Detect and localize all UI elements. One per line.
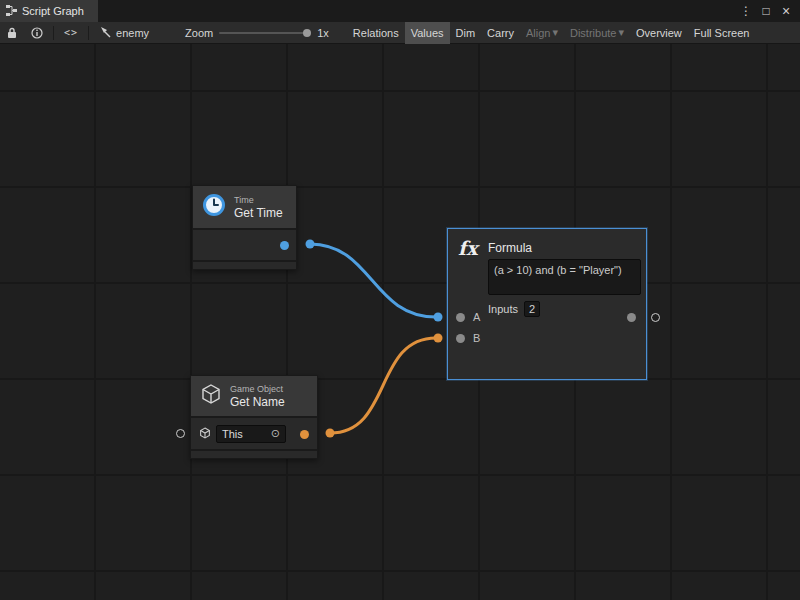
- graph-canvas[interactable]: Time Get Time fx Formula (a > 10) and (b…: [0, 44, 800, 600]
- zoom-label: Zoom: [185, 27, 213, 39]
- zoom-value: 1x: [317, 27, 329, 39]
- fullscreen-button[interactable]: Full Screen: [688, 22, 756, 44]
- wire-blue-start-dot[interactable]: [306, 240, 315, 249]
- graph-breadcrumb[interactable]: enemy: [92, 26, 157, 40]
- get-name-footer: [191, 449, 317, 458]
- formula-output-port-outer[interactable]: [651, 313, 660, 322]
- target-picker-icon[interactable]: ⊙: [271, 427, 280, 440]
- port-label-b: B: [473, 332, 480, 344]
- wire-orange-end-dot[interactable]: [434, 334, 443, 343]
- node-title: Get Name: [230, 395, 285, 409]
- wire-getname-to-formula: [330, 338, 436, 433]
- distribute-dropdown[interactable]: Distribute▾: [564, 22, 630, 44]
- get-time-body: [193, 228, 296, 260]
- node-formula[interactable]: fx Formula (a > 10) and (b = "Player") I…: [447, 228, 647, 380]
- toolbar-buttons: Relations Values Dim Carry Align▾ Distri…: [347, 22, 756, 44]
- wire-time-to-formula: [310, 244, 436, 317]
- formula-port-row-b: B: [448, 332, 646, 346]
- port-label-a: A: [473, 311, 480, 323]
- relations-button[interactable]: Relations: [347, 22, 405, 44]
- close-icon[interactable]: ×: [778, 3, 794, 19]
- graph-icon: [100, 26, 112, 40]
- align-dropdown[interactable]: Align▾: [520, 22, 564, 44]
- values-button[interactable]: Values: [405, 22, 450, 44]
- get-name-output-port[interactable]: [300, 430, 309, 439]
- lock-icon[interactable]: [0, 22, 24, 44]
- formula-port-row-a: A: [448, 311, 646, 325]
- node-title: Formula: [488, 241, 532, 255]
- connection-wires: [0, 44, 800, 600]
- toolbar: <> enemy Zoom 1x Relations Values Dim Ca…: [0, 22, 800, 44]
- wire-blue-end-dot[interactable]: [434, 313, 443, 322]
- cube-icon: [200, 383, 222, 409]
- window-title: Script Graph: [22, 5, 84, 17]
- tab-script-graph[interactable]: Script Graph: [0, 0, 98, 22]
- maximize-icon[interactable]: □: [758, 3, 774, 19]
- target-object-dropdown[interactable]: This ⊙: [216, 425, 286, 443]
- cube-icon-small: [199, 425, 211, 443]
- dim-button[interactable]: Dim: [450, 22, 482, 44]
- formula-input-port-a[interactable]: [456, 313, 465, 322]
- script-graph-window: Script Graph ⋮ □ × <> enemy Zoom: [0, 0, 800, 600]
- zoom-control: Zoom 1x: [185, 27, 329, 39]
- zoom-slider[interactable]: [219, 32, 311, 34]
- get-time-footer: [193, 260, 296, 269]
- get-time-output-port[interactable]: [280, 241, 289, 250]
- titlebar-spacer: [98, 0, 738, 22]
- chevron-down-icon: ▾: [552, 26, 558, 39]
- get-name-body: This ⊙: [191, 416, 317, 449]
- clock-icon: [202, 193, 226, 221]
- script-graph-icon: [6, 5, 17, 18]
- formula-input-port-b[interactable]: [456, 334, 465, 343]
- node-get-name[interactable]: Game Object Get Name This ⊙: [190, 375, 318, 459]
- node-get-time[interactable]: Time Get Time: [192, 185, 297, 270]
- titlebar: Script Graph ⋮ □ ×: [0, 0, 800, 22]
- fx-icon: fx: [458, 237, 478, 259]
- code-view-icon[interactable]: <>: [57, 22, 85, 44]
- target-value: This: [222, 428, 243, 440]
- formula-expression-input[interactable]: (a > 10) and (b = "Player"): [488, 259, 641, 295]
- chevron-down-icon: ▾: [618, 26, 624, 39]
- get-name-input-port-outer[interactable]: [176, 429, 185, 438]
- get-name-header[interactable]: Game Object Get Name: [191, 376, 317, 416]
- carry-button[interactable]: Carry: [481, 22, 520, 44]
- info-icon[interactable]: [24, 22, 50, 44]
- get-time-header[interactable]: Time Get Time: [193, 186, 296, 228]
- zoom-slider-thumb[interactable]: [303, 29, 311, 37]
- wire-orange-start-dot[interactable]: [326, 429, 335, 438]
- formula-output-port[interactable]: [627, 313, 636, 322]
- toolbar-separator: [53, 26, 54, 40]
- window-menu-icon[interactable]: ⋮: [738, 3, 754, 19]
- node-category: Time: [234, 195, 283, 206]
- graph-name: enemy: [116, 27, 149, 39]
- node-category: Game Object: [230, 384, 285, 395]
- overview-button[interactable]: Overview: [630, 22, 688, 44]
- toolbar-separator: [88, 26, 89, 40]
- node-title: Get Time: [234, 206, 283, 220]
